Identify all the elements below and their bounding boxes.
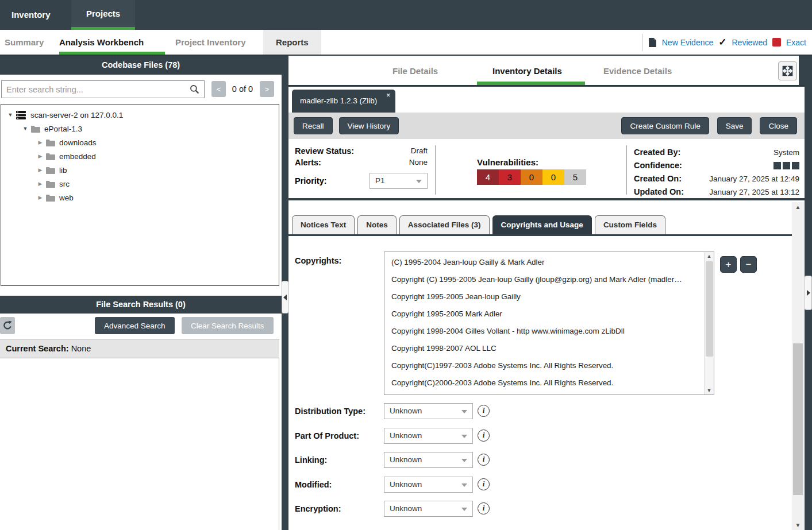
save-button[interactable]: Save bbox=[717, 117, 752, 134]
scroll-up-icon[interactable]: ▲ bbox=[705, 253, 714, 259]
subtab-associated-files[interactable]: Associated Files (3) bbox=[399, 215, 490, 234]
encryption-select[interactable]: Unknown bbox=[384, 501, 473, 517]
tree-node-downloads[interactable]: ▶ downloads bbox=[1, 136, 279, 149]
collapse-left-handle[interactable] bbox=[282, 281, 288, 314]
copyright-entry[interactable]: Copyright 1995-2005 Jean-loup Gailly bbox=[384, 288, 714, 305]
collapse-left-icon bbox=[283, 295, 287, 300]
expand-arrows-icon bbox=[781, 64, 794, 78]
scroll-down-icon[interactable]: ▼ bbox=[792, 522, 804, 528]
distribution-type-info-icon[interactable]: i bbox=[478, 405, 490, 417]
subtab-notices-text[interactable]: Notices Text bbox=[292, 215, 355, 234]
copyright-entry[interactable]: Copyright(C)2000-2003 Adobe Systems Inc.… bbox=[384, 374, 714, 392]
scrollbar-thumb[interactable] bbox=[706, 261, 713, 357]
priority-label: Priority: bbox=[295, 176, 327, 185]
nav-tab-inventory[interactable]: Inventory bbox=[11, 0, 51, 30]
tab-analysis-workbench[interactable]: Analysis Workbench bbox=[59, 30, 144, 55]
modified-select[interactable]: Unknown bbox=[384, 477, 473, 493]
refresh-button[interactable] bbox=[0, 317, 15, 334]
clear-search-results-button[interactable]: Clear Search Results bbox=[182, 317, 274, 334]
folder-icon bbox=[46, 180, 55, 188]
tab-inventory-details[interactable]: Inventory Details bbox=[492, 57, 562, 85]
chevron-down-icon bbox=[416, 180, 422, 183]
close-item-tab-icon[interactable]: × bbox=[386, 92, 390, 99]
tree-node-label: web bbox=[59, 194, 74, 202]
copyright-entry[interactable]: Copyright (C) 1995-2005 Jean-loup Gailly… bbox=[384, 271, 714, 288]
collapsed-arrow-icon[interactable]: ▶ bbox=[36, 181, 45, 187]
status-column-right: Created By:System Confidence: Created On… bbox=[634, 146, 799, 199]
tree-node-web[interactable]: ▶ web bbox=[1, 191, 279, 204]
view-history-button[interactable]: View History bbox=[339, 117, 399, 134]
tree-node-label: ePortal-1.3 bbox=[44, 125, 82, 133]
legend-reviewed[interactable]: Reviewed bbox=[732, 38, 767, 47]
tree-node-lib[interactable]: ▶ lib bbox=[1, 163, 279, 177]
search-prev-button[interactable]: < bbox=[211, 81, 226, 97]
distribution-type-select[interactable]: Unknown bbox=[384, 403, 473, 419]
alerts-label: Alerts: bbox=[295, 158, 321, 167]
copyright-entry[interactable]: (C) 1995-2004 Jean-loup Gailly & Mark Ad… bbox=[384, 254, 714, 271]
expanded-arrow-icon[interactable]: ▼ bbox=[6, 112, 15, 118]
copyrights-listbox[interactable]: (C) 1995-2004 Jean-loup Gailly & Mark Ad… bbox=[384, 252, 714, 395]
subtab-custom-fields[interactable]: Custom Fields bbox=[595, 215, 665, 234]
tree-node-scan-server[interactable]: ▼ scan-server-2 on 127.0.0.1 bbox=[1, 108, 279, 122]
scrollbar-thumb[interactable] bbox=[793, 343, 803, 495]
collapse-right-handle[interactable] bbox=[805, 276, 812, 310]
copyright-entry[interactable]: Copyright 1998-2007 AOL LLC bbox=[384, 340, 714, 357]
search-next-button[interactable]: > bbox=[260, 81, 274, 97]
part-of-product-select[interactable]: Unknown bbox=[384, 428, 473, 444]
collapsed-arrow-icon[interactable]: ▶ bbox=[36, 140, 45, 145]
expanded-arrow-icon[interactable]: ▼ bbox=[21, 126, 30, 131]
created-on-label: Created On: bbox=[634, 173, 682, 185]
tab-project-inventory[interactable]: Project Inventory bbox=[175, 30, 246, 55]
encryption-label: Encryption: bbox=[295, 504, 341, 513]
expand-panel-button[interactable] bbox=[778, 61, 797, 80]
tab-summary[interactable]: Summary bbox=[5, 30, 44, 55]
linking-select[interactable]: Unknown bbox=[384, 452, 473, 468]
scroll-down-icon[interactable]: ▼ bbox=[705, 388, 714, 393]
main-nav: Inventory Projects bbox=[0, 0, 812, 30]
chevron-down-icon bbox=[461, 483, 467, 487]
divider-line bbox=[288, 85, 812, 87]
copyright-entry[interactable]: Copyright(C)1997-2003 Adobe Systems Inc.… bbox=[384, 357, 714, 374]
vuln-count-critical[interactable]: 4 bbox=[477, 169, 499, 185]
tab-evidence-details[interactable]: Evidence Details bbox=[603, 57, 672, 85]
close-button[interactable]: Close bbox=[760, 117, 797, 134]
listbox-scrollbar[interactable]: ▲ ▼ bbox=[704, 252, 714, 394]
advanced-search-button[interactable]: Advanced Search bbox=[95, 317, 175, 334]
add-copyright-button[interactable]: + bbox=[720, 256, 737, 273]
collapsed-arrow-icon[interactable]: ▶ bbox=[36, 195, 45, 200]
encryption-info-icon[interactable]: i bbox=[478, 502, 490, 514]
left-panel-border bbox=[279, 358, 279, 530]
part-of-product-info-icon[interactable]: i bbox=[478, 430, 490, 442]
inventory-item-tab[interactable]: madler-zlib 1.2.3 (Zlib) × bbox=[292, 90, 395, 113]
content-scrollbar[interactable]: ▲ ▼ bbox=[792, 202, 804, 530]
vuln-count-other[interactable]: 5 bbox=[564, 169, 586, 185]
vuln-count-high[interactable]: 3 bbox=[499, 169, 521, 185]
updated-on-label: Updated On: bbox=[634, 186, 684, 198]
legend-new-evidence[interactable]: New Evidence bbox=[662, 38, 714, 47]
subtab-copyrights-and-usage[interactable]: Copyrights and Usage bbox=[492, 215, 592, 234]
tab-reports[interactable]: Reports bbox=[263, 30, 321, 55]
subtab-notes[interactable]: Notes bbox=[357, 215, 397, 234]
collapsed-arrow-icon[interactable]: ▶ bbox=[36, 153, 45, 159]
search-icon[interactable] bbox=[190, 84, 199, 94]
search-input[interactable] bbox=[1, 80, 205, 98]
copyright-entry[interactable]: Copyright 1995-2005 Mark Adler bbox=[384, 305, 714, 323]
recall-button[interactable]: Recall bbox=[294, 117, 333, 134]
modified-info-icon[interactable]: i bbox=[478, 478, 490, 490]
tree-node-src[interactable]: ▶ src bbox=[1, 177, 279, 191]
legend-exact[interactable]: Exact bbox=[786, 38, 806, 47]
created-on-value: January 27, 2025 at 12:49 bbox=[709, 173, 799, 185]
vuln-count-medium[interactable]: 0 bbox=[521, 169, 542, 185]
vuln-count-low[interactable]: 0 bbox=[542, 169, 564, 185]
tab-file-details[interactable]: File Details bbox=[392, 57, 438, 85]
priority-select[interactable]: P1 bbox=[370, 173, 428, 189]
tree-node-eportal[interactable]: ▼ ePortal-1.3 bbox=[1, 122, 279, 136]
create-custom-rule-button[interactable]: Create Custom Rule bbox=[621, 117, 709, 134]
copyright-entry[interactable]: Copyright 1998-2004 Gilles Vollant - htt… bbox=[384, 323, 714, 340]
remove-copyright-button[interactable]: − bbox=[740, 256, 757, 273]
scroll-up-icon[interactable]: ▲ bbox=[792, 204, 804, 210]
tree-node-embedded[interactable]: ▶ embedded bbox=[1, 149, 279, 163]
nav-tab-projects[interactable]: Projects bbox=[71, 0, 135, 30]
collapsed-arrow-icon[interactable]: ▶ bbox=[36, 167, 45, 173]
linking-info-icon[interactable]: i bbox=[478, 454, 490, 466]
